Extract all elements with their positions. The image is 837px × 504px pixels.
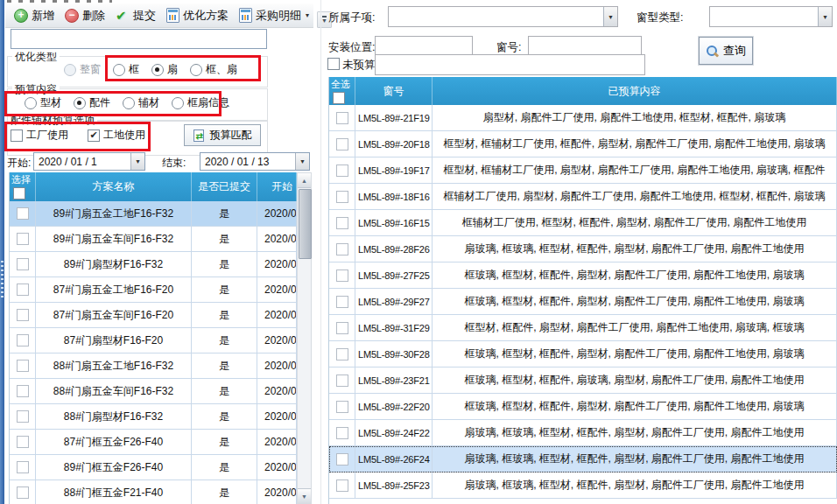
plan-table-row[interactable]: 88#门框五金F21-F40 是 2020/0 (10, 480, 297, 504)
plan-table-row[interactable]: 87#门扇五金工地F16-F20 是 2020/0 (10, 277, 297, 303)
radio-option[interactable]: 框、扇 (190, 62, 237, 77)
window-table-row[interactable]: LM5L-89#-26F24 扇玻璃, 框玻璃, 框型材, 框配件, 扇型材, … (329, 446, 837, 472)
row-checkbox[interactable] (17, 486, 29, 499)
scroll-down-icon[interactable]: ▼ (298, 488, 311, 503)
row-checkbox[interactable] (336, 243, 348, 256)
row-checkbox[interactable] (336, 296, 348, 308)
toolbar-button[interactable]: 提交 ▾ (110, 5, 161, 26)
window-table-row[interactable]: LM5L-89#-28F26 扇玻璃, 框玻璃, 框型材, 框配件, 扇型材, … (329, 236, 837, 262)
toolbar-button[interactable]: 新增 ▾ (9, 5, 60, 26)
window-table-row[interactable]: LM5L-89#-27F25 框玻璃, 框型材, 框配件, 扇型材, 扇配件工厂… (329, 262, 837, 289)
row-checkbox[interactable] (336, 217, 348, 229)
checkbox-icon[interactable] (11, 130, 23, 142)
row-checkbox[interactable] (17, 410, 29, 423)
radio-option[interactable]: 型材 (25, 95, 61, 110)
window-table-row[interactable]: LM5L-89#-22F20 框玻璃, 框型材, 框配件, 扇型材, 扇配件工厂… (329, 394, 837, 420)
window-table-row[interactable]: LM5L-89#-29F27 框玻璃, 框型材, 框配件, 扇型材, 扇配件工厂… (329, 289, 837, 315)
radio-option[interactable]: 辅材 (123, 95, 159, 110)
radio-icon[interactable] (151, 64, 164, 76)
row-checkbox[interactable] (17, 461, 29, 473)
window-table-row[interactable]: LM5L-89#-30F28 框玻璃, 框型材, 框配件, 扇型材, 扇配件工厂… (329, 341, 837, 368)
scroll-up-icon[interactable]: ▲ (298, 173, 311, 188)
plan-table-row[interactable]: 89#门扇五金工地F16-F32 是 2020/0 (10, 201, 297, 227)
plan-table-row[interactable]: 87#门扇五金车间F16-F20 是 2020/0 (10, 303, 297, 328)
row-checkbox[interactable] (17, 284, 29, 296)
window-table-row[interactable]: LM5L-89#-16F15 框辅材工厂使用, 框型材, 框配件, 扇型材, 扇… (329, 210, 837, 236)
row-checkbox[interactable] (17, 334, 29, 346)
window-type-combobox[interactable]: ▼ (709, 6, 833, 27)
row-checkbox[interactable] (336, 112, 348, 124)
window-table-row[interactable]: LM5L-89#-18F16 框辅材工厂使用, 扇型材, 扇配件工厂使用, 扇配… (329, 184, 837, 210)
plan-table-row[interactable]: 87#门扇型材F16-F20 是 2020/0 (10, 328, 297, 354)
radio-option[interactable]: 框扇信息 (172, 95, 229, 110)
row-checkbox[interactable] (17, 258, 29, 270)
row-checkbox[interactable] (336, 453, 348, 466)
window-table-row[interactable]: LM5L-89#-20F18 框型材, 框辅材工厂使用, 框配件, 扇型材, 扇… (329, 131, 837, 158)
window-table-row[interactable]: LM5L-89#-19F17 框型材, 框辅材工厂使用, 扇型材, 扇配件工厂使… (329, 158, 837, 184)
vertical-scrollbar[interactable]: ▲ ▼ (297, 172, 312, 504)
window-table-row[interactable]: LM5L-89#-25F23 扇玻璃, 框玻璃, 框型材, 框配件, 扇型材, … (329, 472, 837, 499)
select-all-checkbox[interactable] (333, 92, 345, 104)
row-checkbox[interactable] (336, 348, 348, 360)
budget-match-button[interactable]: 预算匹配 (184, 124, 261, 146)
row-checkbox[interactable] (17, 385, 29, 397)
window-table-row[interactable]: LM5L-89#-23F21 框玻璃, 框型材, 框配件, 扇玻璃, 扇型材, … (329, 368, 837, 394)
radio-option[interactable]: 整窗 (64, 62, 101, 77)
date-dropdown-icon[interactable]: ▼ (295, 153, 309, 170)
row-checkbox[interactable] (336, 427, 348, 439)
toolbar-button[interactable]: 删除 ▾ (60, 5, 110, 26)
window-table-row[interactable]: LM5L-89#-24F22 扇玻璃, 框玻璃, 框型材, 框配件, 扇型材, … (329, 420, 837, 446)
plan-table-row[interactable]: 87#门框五金F26-F40 是 2020/0 (10, 430, 297, 455)
plan-table-row[interactable]: 89#门框五金F26-F40 是 2020/0 (10, 455, 297, 480)
combo-arrow-icon[interactable]: ▼ (818, 7, 832, 26)
query-button[interactable]: 查询 (699, 37, 753, 65)
checkbox-option[interactable]: 工地使用 (88, 128, 145, 143)
radio-icon[interactable] (190, 64, 202, 76)
radio-icon[interactable] (64, 64, 76, 76)
no-budget-checkbox[interactable] (327, 58, 340, 70)
sub-item-combobox[interactable]: ▼ (388, 6, 618, 27)
radio-option[interactable]: 扇 (151, 62, 178, 77)
row-checkbox[interactable] (336, 322, 348, 334)
radio-icon[interactable] (25, 97, 37, 109)
row-checkbox[interactable] (17, 309, 29, 321)
radio-icon[interactable] (172, 97, 184, 109)
date-start-picker[interactable]: 2020 / 01 / 1 ▼ (33, 152, 145, 171)
plan-filter-input[interactable] (11, 29, 267, 49)
dock-strip[interactable] (0, 0, 4, 504)
row-checkbox[interactable] (17, 436, 29, 448)
date-end-picker[interactable]: 2020 / 01 / 13 ▼ (200, 152, 310, 171)
plan-table-row[interactable]: 88#门扇型材F16-F32 是 2020/0 (10, 404, 297, 430)
install-pos-input[interactable] (375, 36, 473, 56)
window-table-row[interactable]: LM5L-89#-31F29 框型材, 框配件, 扇型材, 扇配件工厂使用, 扇… (329, 315, 837, 341)
row-checkbox[interactable] (336, 164, 348, 177)
select-all-checkbox[interactable] (13, 187, 25, 200)
radio-option[interactable]: 框 (113, 62, 139, 77)
toolbar-button[interactable]: 采购明细 ▾ (234, 5, 314, 26)
date-dropdown-icon[interactable]: ▼ (130, 153, 144, 170)
radio-icon[interactable] (113, 64, 125, 76)
row-checkbox[interactable] (17, 360, 29, 372)
checkbox-icon[interactable] (88, 130, 100, 142)
scrollbar-thumb[interactable] (299, 189, 312, 259)
plan-table-row[interactable]: 88#门扇五金工地F16-F32 是 2020/0 (10, 354, 297, 379)
row-checkbox[interactable] (336, 374, 348, 387)
combo-arrow-icon[interactable]: ▼ (603, 7, 617, 26)
toolbar-button[interactable]: 优化方案 ▾ (161, 5, 234, 26)
checkbox-option[interactable]: 工厂使用 (11, 128, 68, 143)
plan-table-row[interactable]: 88#门扇五金车间F16-F32 是 2020/0 (10, 379, 297, 404)
row-checkbox[interactable] (336, 270, 348, 282)
no-budget-input[interactable] (375, 54, 645, 75)
radio-icon[interactable] (123, 97, 135, 109)
radio-icon[interactable] (74, 97, 86, 109)
radio-option[interactable]: 配件 (74, 95, 110, 110)
plan-table-row[interactable]: 89#门扇五金车间F16-F32 是 2020/0 (10, 227, 297, 252)
plan-table-row[interactable]: 89#门扇型材F16-F32 是 2020/0 (10, 252, 297, 277)
window-no-input[interactable] (528, 36, 642, 56)
dropdown-caret-icon[interactable]: ▾ (306, 11, 309, 19)
window-table-row[interactable]: LM5L-89#-21F19 扇型材, 扇配件工厂使用, 扇配件工地使用, 框型… (329, 105, 837, 131)
row-checkbox[interactable] (17, 207, 29, 220)
row-checkbox[interactable] (336, 401, 348, 413)
row-checkbox[interactable] (336, 191, 348, 203)
row-checkbox[interactable] (17, 233, 29, 245)
